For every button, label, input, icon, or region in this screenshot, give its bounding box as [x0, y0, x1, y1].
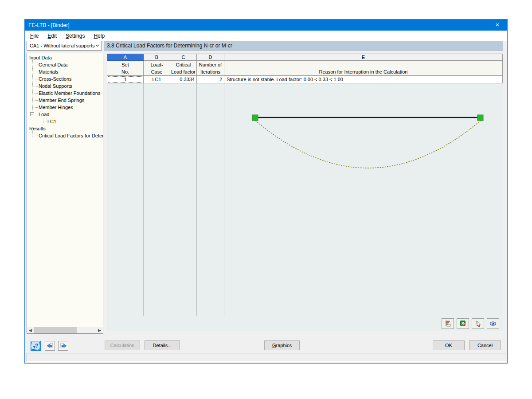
tree-item-critical-load-factors[interactable]: Critical Load Factors for Detern	[27, 132, 103, 139]
title-bar[interactable]: FE-LTB - [Binder] ×	[25, 20, 507, 31]
cell-critical-load-factor[interactable]: 0.3334	[170, 76, 197, 83]
help-button[interactable]: ?	[31, 341, 41, 351]
column-letter-a[interactable]: A	[107, 54, 144, 61]
collapse-minus-icon[interactable]	[30, 112, 34, 116]
tree-item-nodal-supports[interactable]: Nodal Supports	[27, 82, 103, 90]
graphics-button[interactable]: Graphics	[264, 340, 300, 350]
cell-set-no[interactable]: 1	[107, 76, 144, 83]
tree-item-general-data[interactable]: General Data	[27, 61, 103, 68]
header-iterations: Number of Iterations	[197, 61, 224, 76]
result-diagram-button[interactable]	[442, 318, 454, 329]
result-diagram-icon	[444, 320, 451, 327]
section-header: 3.8 Critical Load Factors for Determinin…	[104, 41, 503, 51]
left-support-node	[252, 115, 258, 121]
tree-item-results[interactable]: Results	[27, 125, 103, 132]
pick-object-icon	[474, 320, 481, 327]
buckling-mode-shape-curve	[255, 121, 481, 168]
excel-export-icon	[459, 320, 466, 327]
menu-help[interactable]: Help	[89, 31, 109, 40]
window-title: FE-LTB - [Binder]	[28, 22, 69, 28]
column-letter-e[interactable]: E	[224, 54, 503, 61]
right-support-node	[477, 115, 483, 121]
tree-item-materials[interactable]: Materials	[27, 68, 103, 75]
tree-item-elastic-member-foundations[interactable]: Elastic Member Foundations	[27, 90, 103, 97]
column-letter-c[interactable]: C	[170, 54, 197, 61]
menu-bar: File Edit Settings Help	[25, 31, 507, 41]
view-button[interactable]	[487, 318, 499, 329]
beam-buckling-diagram	[107, 83, 503, 316]
cell-reason[interactable]: Structure is not stable. Load factor: 0.…	[224, 76, 503, 83]
scrollbar-thumb[interactable]	[34, 327, 77, 334]
arrow-left-page-icon	[47, 343, 54, 349]
tree-item-member-end-springs[interactable]: Member End Springs	[27, 97, 103, 104]
header-load-case: Load- Case	[144, 61, 170, 76]
case-selector-combobox[interactable]: CA1 - Without lateral supports	[27, 41, 102, 51]
calculation-button: Calculation	[105, 340, 140, 350]
table-header-row: Set No. Load- Case Critical Load factor …	[107, 61, 503, 76]
eye-icon	[489, 320, 497, 327]
chevron-down-icon	[95, 44, 99, 47]
cell-iterations[interactable]: 2	[197, 76, 224, 83]
menu-file[interactable]: File	[26, 31, 43, 40]
fe-ltb-dialog-window: FE-LTB - [Binder] × File Edit Settings H…	[24, 19, 508, 364]
details-button[interactable]: Details...	[145, 340, 180, 350]
menu-settings[interactable]: Settings	[61, 31, 89, 40]
header-set-no: Set No.	[107, 61, 144, 76]
tree-item-load-label: Load	[39, 112, 49, 117]
scroll-left-icon[interactable]: ◀	[27, 327, 34, 334]
graphics-mini-toolbar	[442, 318, 499, 329]
navigation-tree: Input Data General Data Materials Cross-…	[27, 54, 103, 327]
section-header-title: 3.8 Critical Load Factors for Determinin…	[107, 43, 232, 49]
tree-item-load[interactable]: Load	[27, 111, 103, 118]
column-letter-d[interactable]: D	[197, 54, 224, 61]
table-grid-extension	[107, 83, 503, 316]
column-letter-b[interactable]: B	[144, 54, 170, 61]
help-icon: ?	[32, 342, 39, 349]
pick-object-button[interactable]	[472, 318, 484, 329]
close-icon[interactable]: ×	[488, 20, 507, 31]
tree-item-input-data[interactable]: Input Data	[27, 54, 103, 61]
case-selector-value: CA1 - Without lateral supports	[30, 43, 95, 48]
column-letters-row: A B C D E	[107, 54, 503, 61]
tree-item-member-hinges[interactable]: Member Hinges	[27, 104, 103, 111]
menu-edit[interactable]: Edit	[43, 31, 61, 40]
tree-item-cross-sections[interactable]: Cross-Sections	[27, 75, 103, 82]
tree-horizontal-scrollbar[interactable]: ◀ ▶	[27, 327, 103, 333]
navigation-tree-panel: Input Data General Data Materials Cross-…	[27, 53, 103, 334]
scroll-right-icon[interactable]: ▶	[96, 327, 103, 334]
cell-load-case[interactable]: LC1	[144, 76, 170, 83]
header-critical-load-factor: Critical Load factor	[170, 61, 197, 76]
ok-button[interactable]: OK	[433, 340, 465, 350]
svg-text:?: ?	[35, 343, 38, 349]
excel-export-button[interactable]	[457, 318, 469, 329]
header-reason: Reason for Interruption in the Calculati…	[224, 61, 503, 76]
previous-table-button[interactable]	[45, 341, 55, 351]
cancel-button[interactable]: Cancel	[469, 340, 501, 350]
results-panel: A B C D E Set No. Load- Case Critical Lo…	[107, 54, 503, 331]
arrow-right-page-icon	[60, 343, 67, 349]
table-row: 1 LC1 0.3334 2 Structure is not stable. …	[107, 76, 503, 83]
status-bar	[27, 353, 506, 362]
tree-item-lc1[interactable]: LC1	[27, 118, 103, 125]
next-table-button[interactable]	[58, 341, 68, 351]
